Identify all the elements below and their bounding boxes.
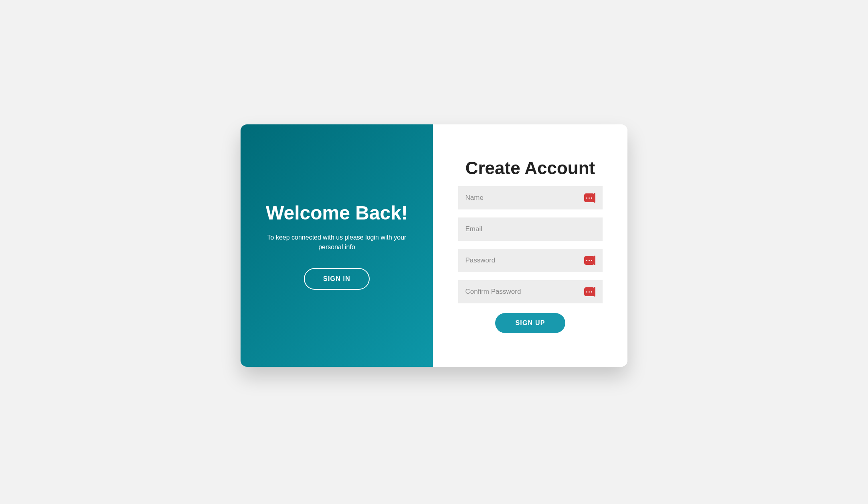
sign-in-button[interactable]: SIGN IN	[304, 268, 370, 290]
signup-panel: Create Account SIGN UP	[433, 124, 627, 367]
password-field-wrap	[458, 249, 603, 272]
sign-up-button[interactable]: SIGN UP	[495, 313, 565, 333]
create-account-title: Create Account	[465, 158, 595, 178]
email-field-wrap	[458, 217, 603, 241]
confirm-password-input[interactable]	[458, 280, 603, 303]
name-input[interactable]	[458, 186, 603, 209]
auth-card: Welcome Back! To keep connected with us …	[241, 124, 627, 367]
name-field-wrap	[458, 186, 603, 209]
password-input[interactable]	[458, 249, 603, 272]
confirm-password-field-wrap	[458, 280, 603, 303]
welcome-title: Welcome Back!	[266, 202, 408, 224]
welcome-subtitle: To keep connected with us please login w…	[261, 233, 413, 252]
email-input[interactable]	[458, 217, 603, 241]
welcome-panel: Welcome Back! To keep connected with us …	[241, 124, 433, 367]
